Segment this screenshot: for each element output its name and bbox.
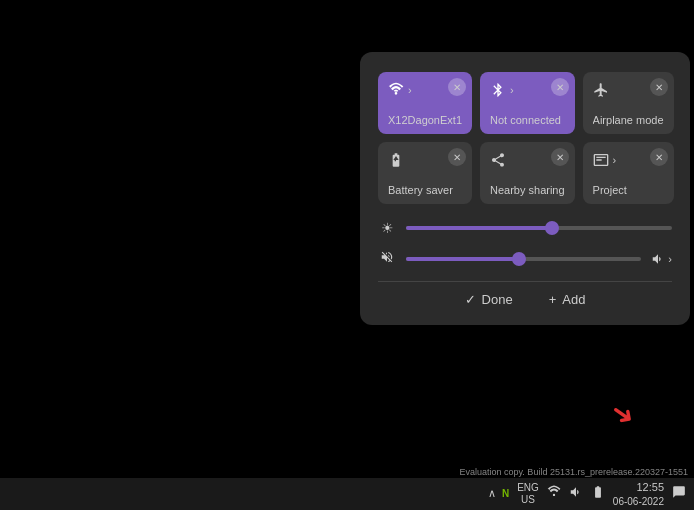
taskbar-volume-icon[interactable] <box>569 485 583 503</box>
tile-project[interactable]: › ✕ Project <box>583 142 674 204</box>
project-icon: › <box>593 152 617 168</box>
volume-end-icon: › <box>651 252 672 266</box>
tile-bluetooth-top: › ✕ <box>490 82 565 98</box>
language-indicator[interactable]: ENG US <box>517 482 539 506</box>
system-tray: ∧ N <box>488 487 509 500</box>
bt-label: Not connected <box>490 114 565 126</box>
brightness-track[interactable] <box>406 226 672 230</box>
add-button[interactable]: + Add <box>541 288 594 311</box>
taskbar: ∧ N ENG US 12:55 06-06-2022 <box>0 478 694 510</box>
date-display: 06-06-2022 <box>613 495 664 508</box>
tile-battery[interactable]: ✕ Battery saver <box>378 142 472 204</box>
wifi-icon: › <box>388 82 412 98</box>
taskbar-battery-icon[interactable] <box>591 485 605 503</box>
airplane-close-icon[interactable]: ✕ <box>650 78 668 96</box>
tile-project-top: › ✕ <box>593 152 664 168</box>
volume-slider-row: › <box>378 250 672 267</box>
tile-airplane[interactable]: ✕ Airplane mode <box>583 72 674 134</box>
nvidia-icon: N <box>502 488 509 499</box>
desktop: › ✕ X12DagonExt1 › ✕ Not connected <box>0 0 694 510</box>
volume-track[interactable] <box>406 257 641 261</box>
project-label: Project <box>593 184 664 196</box>
tile-wifi-top: › ✕ <box>388 82 462 98</box>
nearby-sharing-icon <box>490 152 506 168</box>
brightness-icon: ☀ <box>378 220 396 236</box>
volume-fill <box>406 257 519 261</box>
tile-nearby-top: ✕ <box>490 152 565 168</box>
nearby-close-icon[interactable]: ✕ <box>551 148 569 166</box>
done-check-icon: ✓ <box>465 292 476 307</box>
tiles-grid: › ✕ X12DagonExt1 › ✕ Not connected <box>378 72 672 204</box>
tile-nearby[interactable]: ✕ Nearby sharing <box>480 142 575 204</box>
nearby-label: Nearby sharing <box>490 184 565 196</box>
volume-mute-icon <box>378 250 396 267</box>
eval-text: Evaluation copy. Build 25131.rs_prerelea… <box>0 467 694 477</box>
lang-bottom: US <box>521 494 535 506</box>
panel-bottom: ✓ Done + Add <box>378 281 672 311</box>
time-display: 12:55 <box>636 480 664 494</box>
tile-battery-top: ✕ <box>388 152 462 168</box>
red-arrow-annotation: ➜ <box>604 393 642 433</box>
clock[interactable]: 12:55 06-06-2022 <box>613 480 664 507</box>
bt-chevron: › <box>510 84 514 96</box>
brightness-slider-row: ☀ <box>378 220 672 236</box>
add-label: Add <box>562 292 585 307</box>
bt-close-icon[interactable]: ✕ <box>551 78 569 96</box>
bluetooth-icon: › <box>490 82 514 98</box>
tile-airplane-top: ✕ <box>593 82 664 98</box>
quick-settings-panel: › ✕ X12DagonExt1 › ✕ Not connected <box>360 52 690 325</box>
volume-thumb[interactable] <box>512 252 526 266</box>
lang-top: ENG <box>517 482 539 494</box>
battery-close-icon[interactable]: ✕ <box>448 148 466 166</box>
brightness-thumb[interactable] <box>545 221 559 235</box>
add-plus-icon: + <box>549 292 557 307</box>
taskbar-right: ∧ N ENG US 12:55 06-06-2022 <box>488 480 686 507</box>
project-chevron: › <box>613 154 617 166</box>
taskbar-wifi-icon[interactable] <box>547 485 561 503</box>
tile-wifi[interactable]: › ✕ X12DagonExt1 <box>378 72 472 134</box>
brightness-fill <box>406 226 552 230</box>
wifi-chevron: › <box>408 84 412 96</box>
battery-saver-icon <box>388 152 404 168</box>
battery-label: Battery saver <box>388 184 462 196</box>
airplane-label: Airplane mode <box>593 114 664 126</box>
taskbar-chevron-icon[interactable]: ∧ <box>488 487 496 500</box>
taskbar-notification-icon[interactable] <box>672 485 686 502</box>
tile-bluetooth[interactable]: › ✕ Not connected <box>480 72 575 134</box>
wifi-label: X12DagonExt1 <box>388 114 462 126</box>
project-close-icon[interactable]: ✕ <box>650 148 668 166</box>
wifi-close-icon[interactable]: ✕ <box>448 78 466 96</box>
done-button[interactable]: ✓ Done <box>457 288 521 311</box>
done-label: Done <box>482 292 513 307</box>
airplane-icon <box>593 82 609 98</box>
